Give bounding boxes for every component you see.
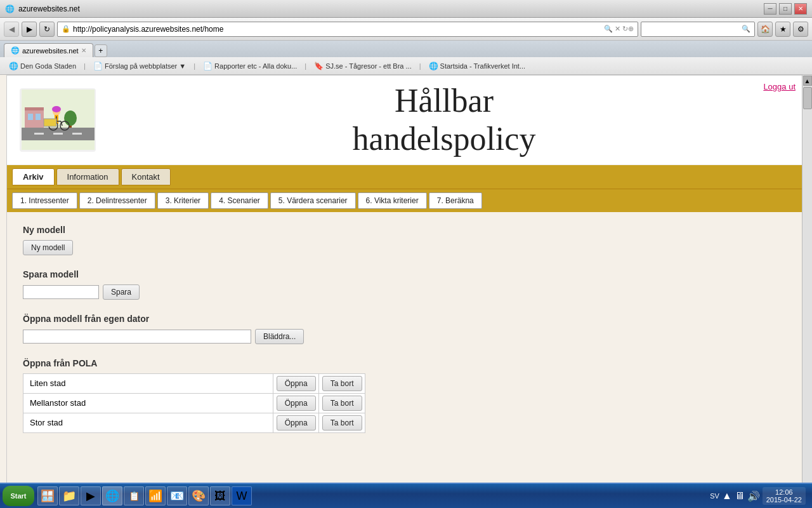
clock-area[interactable]: 12:06 2015-04-22 <box>763 487 806 505</box>
sub-tab-vikta[interactable]: 6. Vikta kriterier <box>358 192 427 209</box>
start-label: Start <box>10 492 26 500</box>
refresh-button[interactable]: ↻ <box>39 22 55 37</box>
sub-tab-delintressenter[interactable]: 2. Delintressenter <box>79 192 155 209</box>
svg-rect-8 <box>25 107 44 110</box>
scroll-up-button[interactable]: ▲ <box>803 76 812 86</box>
bookmark-label-5: Startsida - Trafikverket Int... <box>440 62 526 70</box>
taskbar-icon-paint[interactable]: 🎨 <box>188 486 209 505</box>
bookmark-label-3: Rapporter etc - Alla doku... <box>214 62 297 70</box>
open-pola-label: Öppna från POLA <box>23 358 789 368</box>
table-row: Mellanstor stad Öppna Ta bort <box>23 393 365 413</box>
taskbar-icon-ie[interactable]: 🌐 <box>102 486 122 505</box>
nav-tab-information[interactable]: Information <box>56 168 119 185</box>
bookmark-label-2: Förslag på webbplatser ▼ <box>105 62 186 70</box>
search-bar[interactable]: 🔍 <box>641 22 755 37</box>
new-model-label: Ny modell <box>23 225 789 235</box>
sub-tabs-row: 1. Intressenter 2. Delintressenter 3. Kr… <box>7 189 805 212</box>
start-button[interactable]: Start <box>3 486 34 506</box>
table-row: Liten stad Öppna Ta bort <box>23 373 365 393</box>
pola-row-1-delete-button[interactable]: Ta bort <box>322 376 362 391</box>
pola-row-2-open-button[interactable]: Öppna <box>277 396 316 411</box>
svg-rect-5 <box>25 109 44 128</box>
new-model-button[interactable]: Ny modell <box>23 240 73 255</box>
browser-tab-active[interactable]: 🌐 azurewebsites.net ✕ <box>4 43 93 57</box>
taskbar-icon-windows[interactable]: 🪟 <box>37 486 58 505</box>
scrollbar[interactable]: ▲ ▼ <box>802 75 812 508</box>
bookmark-den-goda-staden[interactable]: 🌐 Den Goda Staden <box>5 60 80 72</box>
nav-tab-kontakt[interactable]: Kontakt <box>121 168 171 185</box>
pola-row-2-name: Mellanstor stad <box>23 393 273 413</box>
sub-tab-scenarier[interactable]: 4. Scenarier <box>211 192 268 209</box>
tray-network-icon[interactable]: ▲ <box>722 490 732 502</box>
close-button[interactable]: ✕ <box>794 3 807 15</box>
favorites-button[interactable]: ★ <box>775 22 790 37</box>
pola-row-1-delete-cell: Ta bort <box>319 373 365 393</box>
svg-point-10 <box>64 110 77 126</box>
taskbar-icon-folder[interactable]: 📁 <box>59 486 79 505</box>
search-icon[interactable]: 🔍 <box>740 25 752 33</box>
scroll-thumb[interactable] <box>803 87 812 109</box>
open-computer-section: Öppna modell från egen dator Bläddra... <box>23 314 789 344</box>
clock-time: 12:06 <box>766 488 802 496</box>
system-tray: SV ▲ 🖥 🔊 12:06 2015-04-22 <box>706 487 809 505</box>
nav-tab-arkiv[interactable]: Arkiv <box>12 168 55 185</box>
back-button[interactable]: ◀ <box>4 22 19 37</box>
pola-row-3-open-button[interactable]: Öppna <box>277 415 316 431</box>
pola-row-3-open-cell: Öppna <box>273 413 319 432</box>
bookmark-forslag[interactable]: 📄 Förslag på webbplatser ▼ <box>89 60 190 72</box>
tray-network-icon2[interactable]: 🖥 <box>735 490 745 502</box>
svg-rect-6 <box>28 114 33 120</box>
taskbar-icon-photos[interactable]: 🖼 <box>210 486 230 505</box>
bookmark-separator-1: | <box>84 62 86 70</box>
nav-tabs-container: Arkiv Information Kontakt 1. Intressente… <box>7 165 805 212</box>
svg-rect-2 <box>34 133 44 135</box>
browser-tab-bar: 🌐 azurewebsites.net ✕ + <box>0 41 812 57</box>
clock-date: 2015-04-22 <box>766 496 802 504</box>
taskbar-icon-lync[interactable]: 📋 <box>124 486 144 505</box>
new-tab-button[interactable]: + <box>95 44 107 57</box>
bookmark-icon-3: 📄 <box>203 62 213 70</box>
site-title-line2: handelspolicy <box>353 121 536 157</box>
taskbar-icon-outlook[interactable]: 📧 <box>167 486 187 505</box>
tab-close-icon[interactable]: ✕ <box>81 47 86 54</box>
sub-tab-vardera[interactable]: 5. Värdera scenarier <box>270 192 356 209</box>
pola-row-3-delete-button[interactable]: Ta bort <box>322 415 362 431</box>
website-content: Hållbar handelspolicy Logga ut Arkiv Inf… <box>0 75 812 508</box>
pola-row-1-name: Liten stad <box>23 373 273 393</box>
taskbar-icon-word[interactable]: W <box>232 486 252 505</box>
title-bar: 🌐 azurewebsites.net ─ □ ✕ <box>0 0 812 18</box>
bookmark-separator-2: | <box>193 62 195 70</box>
tray-volume-icon[interactable]: 🔊 <box>747 490 760 502</box>
browser-nav-bar: ◀ ▶ ↻ 🔒 🔍 ✕ ↻ ⊕ 🔍 🏠 ★ ⚙ <box>0 18 812 41</box>
pola-row-2-delete-cell: Ta bort <box>319 393 365 413</box>
forward-button[interactable]: ▶ <box>22 22 37 37</box>
bookmark-sj[interactable]: 🔖 SJ.se - Tågresor - ett Bra ... <box>310 60 416 72</box>
taskbar-icon-wifi[interactable]: 📶 <box>145 486 166 505</box>
window-controls: ─ □ ✕ <box>764 3 807 15</box>
save-button[interactable]: Spara <box>103 284 140 300</box>
login-link[interactable]: Logga ut <box>763 82 796 91</box>
save-model-input[interactable] <box>23 285 99 299</box>
browser-tab-label: azurewebsites.net <box>22 47 79 55</box>
address-input[interactable] <box>73 25 602 34</box>
file-path-box <box>23 330 251 344</box>
open-pola-section: Öppna från POLA Liten stad Öppna Ta bort <box>23 358 789 433</box>
bookmark-label-1: Den Goda Staden <box>20 62 76 70</box>
search-input[interactable] <box>644 25 740 34</box>
settings-button[interactable]: ⚙ <box>793 22 808 37</box>
taskbar-icon-media[interactable]: ▶ <box>81 486 101 505</box>
site-header: Hållbar handelspolicy Logga ut <box>7 76 805 165</box>
bookmark-rapporter[interactable]: 📄 Rapporter etc - Alla doku... <box>199 60 301 72</box>
bookmark-icon-4: 🔖 <box>314 62 324 70</box>
browse-button[interactable]: Bläddra... <box>255 329 304 344</box>
home-button[interactable]: 🏠 <box>757 22 773 37</box>
pola-row-2-delete-button[interactable]: Ta bort <box>322 396 362 411</box>
minimize-button[interactable]: ─ <box>764 3 776 15</box>
maximize-button[interactable]: □ <box>779 3 792 15</box>
pola-row-1-open-button[interactable]: Öppna <box>277 376 316 391</box>
bookmark-trafikverket[interactable]: 🌐 Startsida - Trafikverket Int... <box>425 60 530 72</box>
sub-tab-intressenter[interactable]: 1. Intressenter <box>12 192 77 209</box>
sub-tab-kriterier[interactable]: 3. Kriterier <box>157 192 209 209</box>
address-bar[interactable]: 🔒 🔍 ✕ ↻ ⊕ <box>57 22 638 37</box>
sub-tab-berakna[interactable]: 7. Beräkna <box>429 192 482 209</box>
